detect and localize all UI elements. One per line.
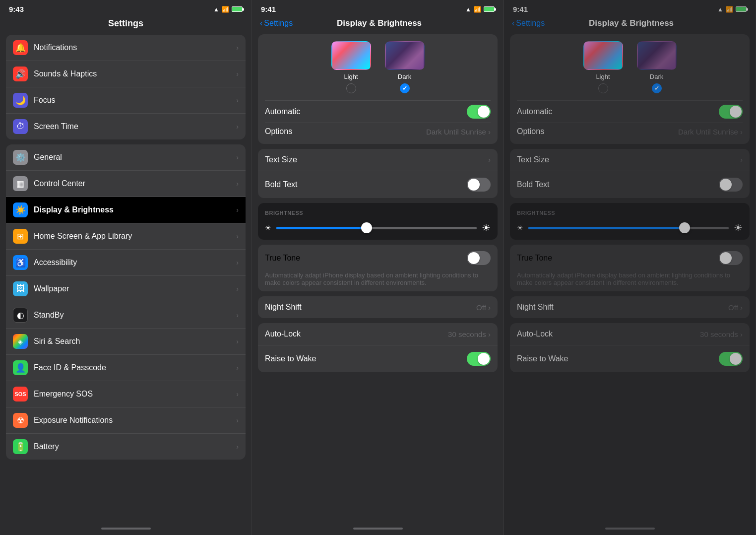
true-tone-toggle-3[interactable]: [719, 251, 743, 265]
night-shift-row-3[interactable]: Night Shift Off ›: [510, 296, 750, 318]
bold-toggle-knob-3: [720, 179, 732, 191]
options-value-2: Dark Until Sunrise ›: [426, 128, 491, 136]
settings-row-home-screen[interactable]: ⊞ Home Screen & App Library ›: [6, 223, 246, 250]
home-bar-2: [353, 528, 403, 530]
battery-icon-3: [736, 6, 747, 12]
battery-label: Battery: [34, 442, 236, 451]
back-label-2: Settings: [264, 19, 293, 28]
control-center-label: Control Center: [34, 179, 236, 188]
true-tone-label-3: True Tone: [517, 254, 552, 263]
control-center-icon: ▦: [13, 176, 28, 191]
general-label: General: [34, 153, 236, 162]
auto-row-2: Automatic: [265, 100, 491, 123]
home-indicator-3: [504, 525, 756, 535]
settings-row-focus[interactable]: 🌙 Focus ›: [6, 87, 246, 114]
raise-wake-label-2: Raise to Wake: [265, 354, 316, 363]
back-button-3[interactable]: ‹ Settings: [512, 19, 545, 28]
auto-toggle-2[interactable]: [467, 105, 491, 119]
settings-row-sounds[interactable]: 🔊 Sounds & Haptics ›: [6, 61, 246, 87]
text-size-row-3[interactable]: Text Size ›: [510, 149, 750, 171]
dark-option-2[interactable]: Dark: [385, 41, 425, 93]
settings-row-notifications[interactable]: 🔔 Notifications ›: [6, 35, 246, 61]
signal-icon-3: ▲: [717, 6, 723, 13]
screen-time-chevron: ›: [236, 123, 239, 131]
night-shift-label-2: Night Shift: [265, 303, 302, 312]
raise-wake-toggle-2[interactable]: [467, 352, 491, 366]
sounds-label: Sounds & Haptics: [34, 69, 236, 78]
auto-row-3: Automatic: [517, 100, 743, 123]
auto-lock-row-3[interactable]: Auto-Lock 30 seconds ›: [510, 323, 750, 345]
settings-row-emergency[interactable]: SOS Emergency SOS ›: [6, 381, 246, 407]
settings-row-display[interactable]: ☀️ Display & Brightness ›: [6, 197, 246, 223]
night-shift-label-3: Night Shift: [517, 303, 554, 312]
dark-thumb-2: [385, 41, 425, 70]
standby-icon: ◐: [13, 308, 28, 323]
options-row-2[interactable]: Options Dark Until Sunrise ›: [265, 123, 491, 140]
true-tone-toggle-2[interactable]: [467, 251, 491, 265]
night-shift-row-2[interactable]: Night Shift Off ›: [258, 296, 498, 318]
bold-text-row-2[interactable]: Bold Text: [258, 171, 498, 198]
face-id-label: Face ID & Passcode: [34, 363, 236, 372]
bold-toggle-3[interactable]: [719, 178, 743, 192]
wallpaper-icon: 🖼: [13, 281, 28, 296]
back-label-3: Settings: [516, 19, 545, 28]
options-row-3[interactable]: Options Dark Until Sunrise ›: [517, 123, 743, 140]
settings-row-standby[interactable]: ◐ StandBy ›: [6, 302, 246, 329]
raise-wake-toggle-3[interactable]: [719, 352, 743, 366]
text-size-label-2: Text Size: [265, 155, 297, 164]
nav-header-3: ‹ Settings Display & Brightness: [504, 16, 756, 34]
settings-row-siri[interactable]: ◈ Siri & Search ›: [6, 329, 246, 355]
nav-header-2: ‹ Settings Display & Brightness: [252, 16, 504, 34]
time-3: 9:41: [513, 5, 528, 13]
brightness-track-3[interactable]: [528, 227, 729, 229]
display-title-2: Display & Brightness: [293, 18, 466, 28]
standby-label: StandBy: [34, 311, 236, 320]
brightness-track-2[interactable]: [276, 227, 477, 229]
status-icons-1: ▲ 📶: [213, 6, 243, 13]
status-bar-2: 9:41 ▲ 📶: [252, 0, 504, 16]
dark-radio-3[interactable]: [652, 83, 662, 93]
settings-row-control-center[interactable]: ▦ Control Center ›: [6, 171, 246, 197]
settings-row-exposure[interactable]: ☢ Exposure Notifications ›: [6, 407, 246, 434]
wifi-icon-2: 📶: [474, 6, 481, 13]
light-radio-2[interactable]: [346, 83, 356, 93]
light-radio-3[interactable]: [598, 83, 608, 93]
exposure-icon: ☢: [13, 413, 28, 428]
dark-label-2: Dark: [398, 73, 411, 80]
bold-text-label-2: Bold Text: [265, 180, 298, 189]
auto-toggle-3[interactable]: [719, 105, 743, 119]
raise-wake-knob-2: [478, 353, 490, 365]
light-option-3[interactable]: Light: [583, 41, 623, 93]
brightness-slider-row-3: ☀ ☀: [517, 222, 743, 234]
settings-row-wallpaper[interactable]: 🖼 Wallpaper ›: [6, 276, 246, 302]
display-title-3: Display & Brightness: [545, 18, 718, 28]
text-size-label-3: Text Size: [517, 155, 549, 164]
options-value-3: Dark Until Sunrise ›: [678, 128, 743, 136]
text-group-2: Text Size › Bold Text: [258, 149, 498, 198]
dark-label-3: Dark: [650, 73, 663, 80]
bold-text-row-3[interactable]: Bold Text: [510, 171, 750, 198]
bold-toggle-2[interactable]: [467, 178, 491, 192]
true-tone-group-3: True Tone Automatically adapt iPhone dis…: [510, 245, 750, 291]
brightness-thumb-2[interactable]: [361, 222, 372, 233]
night-shift-group-2: Night Shift Off ›: [258, 296, 498, 318]
signal-icon-2: ▲: [465, 6, 471, 13]
sounds-icon: 🔊: [13, 67, 28, 81]
settings-row-battery[interactable]: 🔋 Battery ›: [6, 434, 246, 460]
settings-row-face-id[interactable]: 👤 Face ID & Passcode ›: [6, 355, 246, 381]
settings-row-accessibility[interactable]: ♿ Accessibility ›: [6, 250, 246, 276]
focus-chevron: ›: [236, 96, 239, 104]
brightness-thumb-3[interactable]: [679, 222, 690, 233]
bold-text-label-3: Bold Text: [517, 180, 550, 189]
dark-radio-2[interactable]: [400, 83, 410, 93]
sun-sm-icon-2: ☀: [265, 224, 271, 232]
auto-lock-row-2[interactable]: Auto-Lock 30 seconds ›: [258, 323, 498, 345]
appearance-group-3: Light Dark Automatic Options Dark Unti: [510, 34, 750, 144]
settings-row-general[interactable]: ⚙️ General ›: [6, 144, 246, 171]
true-tone-group-2: True Tone Automatically adapt iPhone dis…: [258, 245, 498, 291]
light-option-2[interactable]: Light: [331, 41, 371, 93]
back-button-2[interactable]: ‹ Settings: [260, 19, 293, 28]
dark-option-3[interactable]: Dark: [637, 41, 677, 93]
text-size-row-2[interactable]: Text Size ›: [258, 149, 498, 171]
settings-row-screen-time[interactable]: ⏱ Screen Time ›: [6, 114, 246, 139]
